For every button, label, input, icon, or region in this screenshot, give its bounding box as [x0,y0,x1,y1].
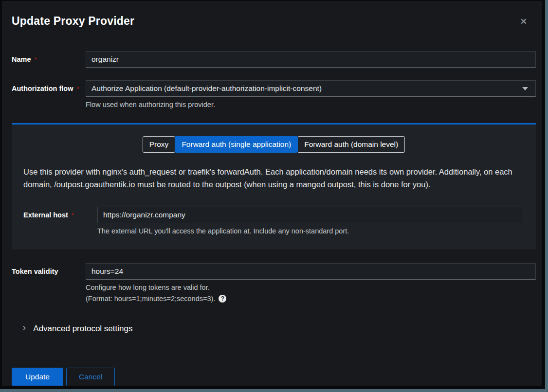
modal-footer: Update Cancel [12,368,536,386]
name-label-text: Name [12,55,31,63]
close-icon[interactable]: ✕ [520,18,527,26]
authorization-flow-row: Authorization flow* Authorize Applicatio… [12,80,536,108]
chevron-down-icon [522,87,528,90]
cancel-button[interactable]: Cancel [66,368,115,386]
token-validity-help-line2: (Format: hours=1;minutes=2;seconds=3). ? [86,295,536,303]
proxy-mode-card: Proxy Forward auth (single application) … [12,123,536,249]
update-proxy-provider-modal: Update Proxy Provider ✕ Name* Authorizat… [2,1,542,386]
authorization-flow-select[interactable]: Authorize Application (default-provider-… [86,80,536,97]
chevron-right-icon: › [22,322,26,333]
external-host-row: External host* The external URL you'll a… [23,207,524,235]
authorization-flow-help: Flow used when authorizing this provider… [86,101,536,108]
external-host-label-text: External host [23,211,68,219]
external-host-field[interactable] [97,207,524,223]
token-validity-help-line1: Configure how long tokens are valid for. [86,284,536,291]
name-label: Name* [12,51,86,63]
tab-forward-auth-domain-level[interactable]: Forward auth (domain level) [297,136,405,153]
tab-proxy[interactable]: Proxy [143,136,176,153]
authorization-flow-label-text: Authorization flow [12,85,73,92]
mode-toggle-group: Proxy Forward auth (single application) … [23,136,524,153]
page-title: Update Proxy Provider [12,15,134,28]
mode-description: Use this provider with nginx's auth_requ… [23,165,524,191]
tab-forward-auth-single-application[interactable]: Forward auth (single application) [175,136,298,153]
token-validity-label: Token validity [12,263,86,275]
token-validity-format-text: (Format: hours=1;minutes=2;seconds=3). [86,295,215,303]
advanced-protocol-settings-label: Advanced protocol settings [33,324,132,334]
required-asterisk: * [72,212,74,219]
advanced-protocol-settings-toggle[interactable]: › Advanced protocol settings [12,324,536,334]
name-row: Name* [12,51,536,68]
token-validity-row: Token validity Configure how long tokens… [12,263,536,303]
authorization-flow-label: Authorization flow* [12,80,86,92]
external-host-help: The external URL you'll access the appli… [97,227,524,235]
required-asterisk: * [76,85,79,92]
window-frame: Update Proxy Provider ✕ Name* Authorizat… [0,0,548,392]
name-field[interactable] [86,51,536,68]
modal-header: Update Proxy Provider ✕ [12,15,536,28]
question-circle-icon[interactable]: ? [219,295,226,303]
update-button[interactable]: Update [12,368,63,386]
required-asterisk: * [35,56,37,63]
external-host-label: External host* [23,207,97,219]
authorization-flow-selected-value: Authorize Application (default-provider-… [91,84,322,93]
token-validity-field[interactable] [86,263,536,280]
